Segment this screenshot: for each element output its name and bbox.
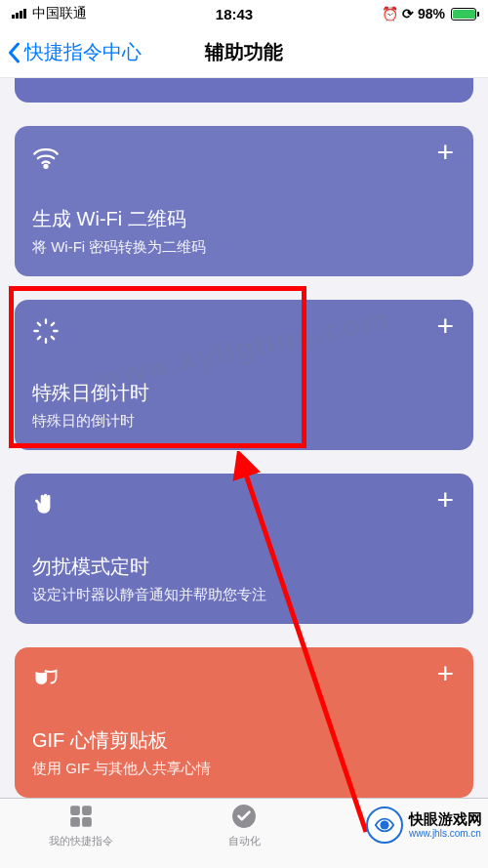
card-add-button[interactable]: + [436,663,454,684]
card-add-button[interactable]: + [436,489,454,511]
masks-icon [32,665,60,692]
nav-back-label: 快捷指令中心 [24,39,142,65]
carrier-label: 中国联通 [32,5,87,22]
nav-bar: 快捷指令中心 辅助功能 [0,27,488,78]
brand-url: www.jhls.com.cn [409,828,482,839]
status-bar: 中国联通 18:43 ⏰ ⟳ 98% [0,0,488,27]
content-scroll[interactable]: + 生成 Wi-Fi 二维码 将 Wi-Fi 密码转换为二维码 + 特殊日倒计时… [0,78,488,798]
svg-rect-3 [82,806,92,815]
card-special-day-countdown[interactable]: + 特殊日倒计时 特殊日的倒计时 [15,300,473,450]
brand-logo-icon [366,806,403,844]
svg-point-0 [44,165,47,168]
tab-label: 自动化 [228,834,261,848]
alarm-icon: ⏰ [382,6,398,21]
card-title: 生成 Wi-Fi 二维码 [32,206,456,232]
card-add-button[interactable]: + [436,315,454,337]
grid-icon [67,803,95,830]
card-title: GIF 心情剪贴板 [32,727,456,754]
battery-icon [451,8,476,21]
wand-icon [32,317,60,345]
battery-percent: 98% [418,6,445,21]
brand-name: 快眼游戏网 [409,811,482,828]
svg-rect-4 [70,817,80,827]
tab-my-shortcuts[interactable]: 我的快捷指令 [0,803,163,868]
svg-point-7 [380,820,388,829]
check-circle-icon [230,803,258,830]
status-time: 18:43 [87,6,382,22]
brand-watermark: 快眼游戏网 www.jhls.com.cn [366,806,482,844]
card-gif-mood-clipboard[interactable]: + GIF 心情剪贴板 使用 GIF 与其他人共享心情 [15,647,473,798]
tab-automation[interactable]: 自动化 [163,803,326,868]
hand-icon [32,491,60,518]
svg-rect-2 [70,806,80,815]
card-dnd-timer[interactable]: + 勿扰模式定时 设定计时器以静音通知并帮助您专注 [15,474,473,624]
page-title: 辅助功能 [205,39,283,65]
card-title: 特殊日倒计时 [32,380,456,406]
rotation-lock-icon: ⟳ [402,6,414,21]
card-subtitle: 使用 GIF 与其他人共享心情 [32,760,456,778]
card-subtitle: 特殊日的倒计时 [32,412,456,431]
card-title: 勿扰模式定时 [32,554,456,580]
svg-rect-5 [82,817,92,827]
tab-label: 我的快捷指令 [49,834,113,848]
card-subtitle: 设定计时器以静音通知并帮助您专注 [32,586,456,604]
nav-back-button[interactable]: 快捷指令中心 [8,39,142,65]
card-subtitle: 将 Wi-Fi 密码转换为二维码 [32,238,456,257]
card-fragment-top[interactable] [15,78,473,103]
card-wifi-qr[interactable]: + 生成 Wi-Fi 二维码 将 Wi-Fi 密码转换为二维码 [15,126,473,276]
signal-icon [12,9,26,19]
wifi-icon [32,144,60,171]
card-add-button[interactable]: + [436,142,454,163]
